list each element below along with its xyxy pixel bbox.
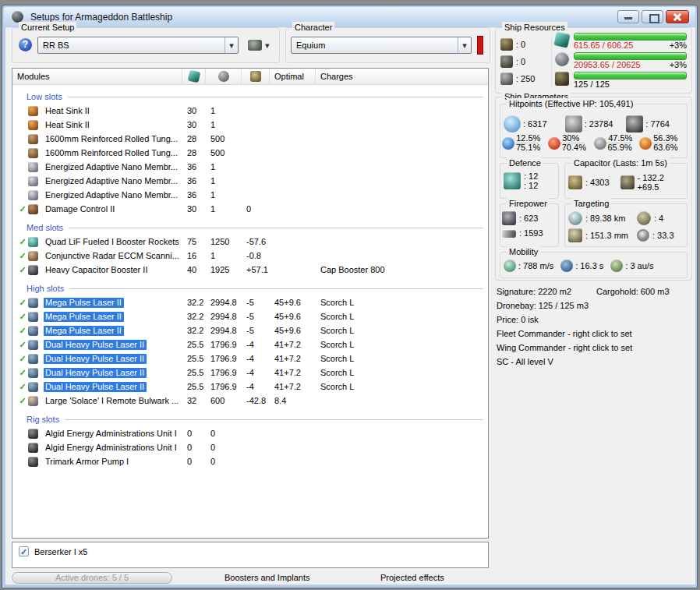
module-row[interactable]: ✓Mega Pulse Laser II32.22994.8-545+9.6Sc… <box>12 295 488 309</box>
module-row[interactable]: ✓Dual Heavy Pulse Laser II25.51796.9-441… <box>12 380 488 394</box>
module-name[interactable]: 1600mm Reinforced Rolled Tung... <box>44 148 180 158</box>
active-drones-button[interactable]: Active drones: 5 / 5 <box>12 572 172 584</box>
module-name[interactable]: Conjunctive Radar ECCM Scanni... <box>44 251 182 261</box>
module-name[interactable]: Large 'Solace' I Remote Bulwark ... <box>44 396 181 406</box>
module-powergrid: 600 <box>210 396 246 405</box>
drones-menu-button[interactable] <box>248 40 270 51</box>
slot-section-title: Med slots <box>27 223 63 232</box>
module-row[interactable]: ✓Dual Heavy Pulse Laser II25.51796.9-441… <box>12 337 488 352</box>
module-name[interactable]: Dual Heavy Pulse Laser II <box>44 340 147 350</box>
module-name[interactable]: Energized Adaptive Nano Membr... <box>44 162 180 172</box>
module-name[interactable]: Algid Energy Administrations Unit I <box>44 443 179 453</box>
chevron-down-icon[interactable] <box>458 37 471 53</box>
module-row[interactable]: ✓Mega Pulse Laser II32.22994.8-545+9.6Sc… <box>12 323 488 337</box>
em-resist-shield: 12.5% <box>516 134 540 143</box>
module-row[interactable]: Energized Adaptive Nano Membr...361 <box>12 174 488 188</box>
module-name[interactable]: Heat Sink II <box>44 120 92 130</box>
skill-config-text: SC - All level V <box>497 355 693 369</box>
cpu-bonus: +3% <box>670 41 687 51</box>
cpu-usage: 615.65 / 606.25 <box>574 41 633 51</box>
active-check-icon: ✓ <box>17 237 28 247</box>
drone-checkbox[interactable]: ✓ <box>19 546 29 556</box>
module-cpu: 28 <box>187 134 210 143</box>
drone-list-item[interactable]: ✓ Berserker I x5 <box>19 546 488 556</box>
scan-resolution: : 151.3 mm <box>585 231 634 240</box>
module-name[interactable]: Dual Heavy Pulse Laser II <box>44 354 147 364</box>
module-row[interactable]: Energized Adaptive Nano Membr...361 <box>12 188 488 202</box>
module-name[interactable]: Mega Pulse Laser II <box>44 326 124 336</box>
firepower-label: Firepower <box>507 198 550 209</box>
pulse-laser-icon <box>28 354 38 364</box>
rig-icon <box>28 457 38 467</box>
current-setup-group: Current Setup ? RR BS <box>12 27 280 63</box>
slot-section-title: Rig slots <box>27 415 59 424</box>
module-name[interactable]: Damage Control II <box>44 204 117 214</box>
drones-list: ✓ Berserker I x5 <box>12 542 489 568</box>
boosters-implants-toggle[interactable]: Boosters and Implants <box>224 573 309 582</box>
projected-effects-toggle[interactable]: Projected effects <box>380 573 444 582</box>
module-name[interactable]: Quad LiF Fueled I Booster Rockets <box>44 237 182 247</box>
module-row[interactable]: ✓Dual Heavy Pulse Laser II25.51796.9-441… <box>12 352 488 366</box>
module-row[interactable]: Algid Energy Administrations Unit I00 <box>12 426 488 440</box>
membrane-icon <box>28 162 38 172</box>
remote-rep-icon <box>28 396 38 406</box>
module-row[interactable]: ✓Conjunctive Radar ECCM Scanni...161-0.8 <box>12 249 488 263</box>
module-cap-use: -4 <box>246 354 274 363</box>
module-name[interactable]: Dual Heavy Pulse Laser II <box>44 382 147 392</box>
module-name[interactable]: Heavy Capacitor Booster II <box>44 265 150 275</box>
module-cpu: 32.2 <box>187 326 210 335</box>
active-check-icon: ✓ <box>17 368 28 378</box>
module-name[interactable]: Heat Sink II <box>44 106 92 116</box>
module-row[interactable]: Heat Sink II301 <box>12 118 488 132</box>
module-row[interactable]: ✓Heavy Capacitor Booster II401925+57.1Ca… <box>12 263 488 277</box>
chevron-down-icon[interactable] <box>224 37 238 53</box>
wing-commander-text[interactable]: Wing Commander - right click to set <box>497 341 693 355</box>
module-name[interactable]: Energized Adaptive Nano Membr... <box>44 190 180 200</box>
module-cpu: 30 <box>187 120 210 129</box>
defence-bottom: : 12 <box>524 181 538 190</box>
capacitor-group: Capacitor (Lasts: 1m 5s) : 4303 - 132.2+… <box>564 163 688 199</box>
close-button[interactable] <box>666 10 689 23</box>
pulse-laser-icon <box>28 382 38 392</box>
module-row[interactable]: Energized Adaptive Nano Membr...361 <box>12 160 488 174</box>
structure-hp: : 7764 <box>645 119 670 129</box>
maximize-button[interactable] <box>642 10 663 23</box>
module-row[interactable]: Heat Sink II301 <box>12 104 488 118</box>
fleet-commander-text[interactable]: Fleet Commander - right click to set <box>497 327 693 341</box>
module-cap-use: -4 <box>246 340 274 349</box>
module-row[interactable]: ✓Dual Heavy Pulse Laser II25.51796.9-441… <box>12 366 488 380</box>
slot-section-label: High slots <box>27 282 483 294</box>
module-name[interactable]: Trimark Armor Pump I <box>44 457 131 467</box>
module-cap-use: -0.8 <box>246 251 274 260</box>
modules-list: Low slotsHeat Sink II301Heat Sink II3011… <box>12 90 488 468</box>
help-icon[interactable]: ? <box>19 38 32 51</box>
module-name[interactable]: Mega Pulse Laser II <box>44 312 124 322</box>
module-name[interactable]: Algid Energy Administrations Unit I <box>44 429 179 439</box>
module-row[interactable]: Algid Energy Administrations Unit I00 <box>12 440 488 454</box>
module-row[interactable]: ✓Damage Control II3010 <box>12 202 488 216</box>
module-row[interactable]: 1600mm Reinforced Rolled Tung...28500 <box>12 146 488 160</box>
hitpoints-group: Hitpoints (Effective HP: 105,491) : 6317… <box>500 104 688 158</box>
module-row[interactable]: ✓Large 'Solace' I Remote Bulwark ...3260… <box>12 394 488 408</box>
armor-hp: : 23784 <box>585 119 613 129</box>
module-row[interactable]: ✓Mega Pulse Laser II32.22994.8-545+9.6Sc… <box>12 309 488 323</box>
module-name[interactable]: Energized Adaptive Nano Membr... <box>44 176 180 186</box>
bottom-bar: Active drones: 5 / 5 Boosters and Implan… <box>5 571 695 585</box>
module-row[interactable]: Trimark Armor Pump I00 <box>12 454 488 468</box>
minimize-button[interactable] <box>617 10 639 23</box>
warp-speed-icon <box>610 260 623 272</box>
module-powergrid: 0 <box>210 443 246 452</box>
character-select[interactable]: Equium <box>291 37 472 54</box>
max-velocity-icon <box>504 260 516 272</box>
setup-select[interactable]: RR BS <box>37 37 239 54</box>
module-name[interactable]: Mega Pulse Laser II <box>44 298 124 308</box>
targeting-range-icon <box>568 211 582 225</box>
module-name[interactable]: Dual Heavy Pulse Laser II <box>44 368 147 378</box>
titlebar[interactable]: Setups for Armageddon Battleship <box>4 7 695 26</box>
module-cap-use: 0 <box>246 204 274 214</box>
modules-header[interactable]: Modules Optimal Charges <box>12 69 488 85</box>
module-row[interactable]: ✓Quad LiF Fueled I Booster Rockets751250… <box>12 235 488 249</box>
module-name[interactable]: 1600mm Reinforced Rolled Tung... <box>44 134 180 144</box>
current-setup-label: Current Setup <box>19 22 76 33</box>
module-row[interactable]: 1600mm Reinforced Rolled Tung...28500 <box>12 132 488 146</box>
